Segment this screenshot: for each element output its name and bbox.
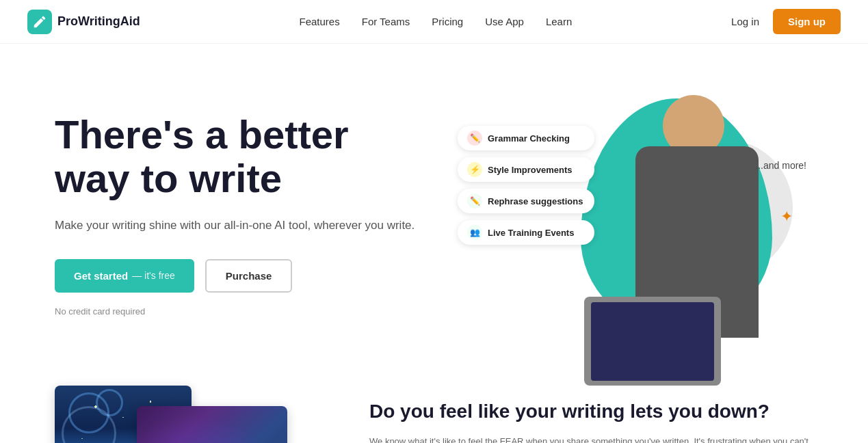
rephrase-icon: ✏️: [467, 193, 482, 209]
and-more-text: ...and more!: [755, 160, 806, 171]
image-stack: My idea in my head: [55, 386, 315, 443]
logo[interactable]: ProWritingAid: [27, 10, 140, 34]
navbar: ProWritingAid Features For Teams Pricing…: [0, 0, 868, 44]
tag-rephrase-label: Rephrase suggestions: [488, 196, 583, 206]
person-laptop: [584, 297, 721, 386]
hero-heading: There's a better way to write: [55, 113, 415, 200]
second-section-heading: Do you feel like your writing lets you d…: [369, 399, 813, 424]
tag-rephrase: ✏️ Rephrase suggestions: [458, 189, 594, 213]
hero-note: No credit card required: [55, 306, 415, 317]
hero-buttons: Get started — it's free Purchase: [55, 259, 415, 293]
second-section: My idea in my head Do you feel like your…: [0, 372, 868, 443]
laptop-screen: [591, 302, 714, 381]
get-started-button[interactable]: Get started — it's free: [55, 259, 194, 293]
logo-icon: [27, 10, 52, 34]
purchase-button[interactable]: Purchase: [205, 259, 293, 293]
tag-grammar: ✏️ Grammar Checking: [458, 126, 594, 150]
style-icon: ⚡: [467, 162, 482, 177]
nav-pricing[interactable]: Pricing: [432, 16, 463, 27]
painting-front: My idea in my head: [137, 406, 287, 443]
tag-training-label: Live Training Events: [488, 228, 574, 238]
login-link[interactable]: Log in: [731, 16, 759, 27]
hero-heading-line2: way to write: [55, 156, 282, 200]
tag-grammar-label: Grammar Checking: [488, 133, 570, 144]
hero-left: There's a better way to write Make your …: [55, 113, 415, 316]
tag-training: 👥 Live Training Events: [458, 220, 594, 245]
nav-use-app[interactable]: Use App: [485, 16, 524, 27]
training-icon: 👥: [467, 225, 482, 240]
nav-for-teams[interactable]: For Teams: [362, 16, 410, 27]
signup-button[interactable]: Sign up: [773, 9, 841, 34]
person-body: [635, 146, 759, 338]
logo-text: ProWritingAid: [57, 14, 140, 29]
tag-style: ⚡ Style Improvements: [458, 157, 594, 182]
nav-features[interactable]: Features: [300, 16, 340, 27]
hero-illustration: ✏️ Grammar Checking ⚡ Style Improvements…: [458, 85, 813, 345]
nav-learn[interactable]: Learn: [546, 16, 572, 27]
purple-painting: [137, 406, 287, 443]
feature-tags: ✏️ Grammar Checking ⚡ Style Improvements…: [458, 126, 594, 245]
get-started-label: Get started: [74, 270, 128, 282]
grammar-icon: ✏️: [467, 131, 482, 146]
second-section-text: We know what it's like to feel the FEAR …: [369, 435, 813, 443]
sparkle-icon: ✦: [780, 208, 793, 226]
nav-actions: Log in Sign up: [731, 9, 841, 34]
hero-heading-line1: There's a better: [55, 112, 349, 157]
tag-style-label: Style Improvements: [488, 165, 573, 175]
free-label: — it's free: [132, 270, 175, 281]
hero-subtext: Make your writing shine with our all-in-…: [55, 217, 415, 234]
hero-section: There's a better way to write Make your …: [0, 44, 868, 372]
second-right: Do you feel like your writing lets you d…: [369, 386, 813, 443]
second-left: My idea in my head: [55, 386, 315, 443]
logo-svg: [32, 14, 47, 29]
nav-links: Features For Teams Pricing Use App Learn: [300, 16, 573, 27]
